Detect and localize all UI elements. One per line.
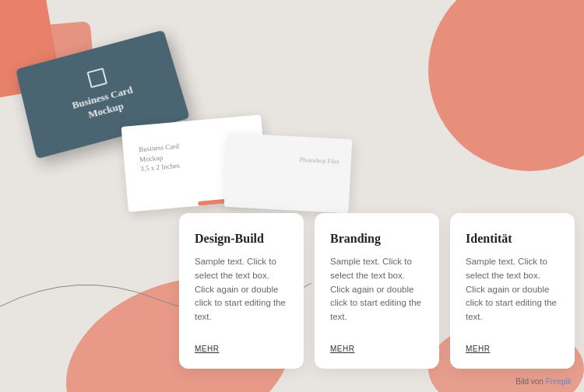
freepik-link[interactable]: Freepik: [546, 377, 572, 386]
service-card-design-build: Design-Build Sample text. Click to selec…: [179, 213, 304, 369]
dark-card-title: Business CardMockup: [71, 84, 138, 125]
identitat-text: Sample text. Click to select the text bo…: [466, 255, 559, 334]
service-card-branding: Branding Sample text. Click to select th…: [315, 213, 439, 369]
branding-link[interactable]: MEHR: [330, 345, 424, 353]
design-build-title: Design-Build: [195, 232, 288, 246]
identitat-link[interactable]: MEHR: [466, 345, 559, 353]
branding-title: Branding: [330, 232, 424, 246]
service-card-identitat: Identität Sample text. Click to select t…: [450, 213, 575, 369]
photoshop-label: Photoshop Files: [299, 156, 339, 166]
service-cards-container: Design-Build Sample text. Click to selec…: [164, 213, 584, 369]
card-logo-icon: [86, 68, 107, 88]
coral-shape-top-right: [428, 0, 584, 171]
identitat-title: Identität: [466, 232, 559, 246]
design-build-text: Sample text. Click to select the text bo…: [195, 255, 288, 334]
background: Business CardMockup Business CardMockup3…: [0, 0, 584, 392]
white-card-label: Business CardMockup3.5 x 2 Inches: [139, 142, 181, 174]
credit-text: Bild von: [515, 377, 544, 386]
design-build-link[interactable]: MEHR: [195, 345, 288, 353]
branding-text: Sample text. Click to select the text bo…: [330, 255, 424, 334]
photoshop-card: Photoshop Files: [224, 133, 353, 213]
freepik-credit: Bild von Freepik: [515, 377, 572, 386]
